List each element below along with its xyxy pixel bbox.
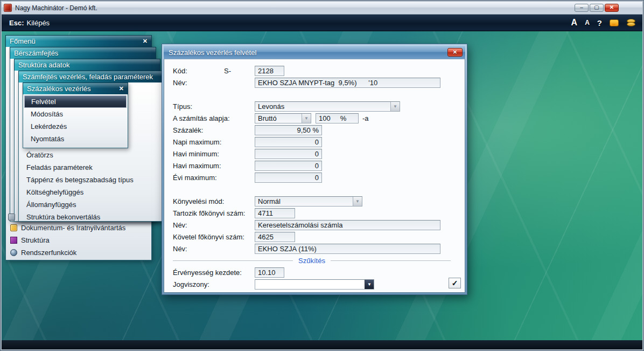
desktop-area: Főmenü ✕ Dokumentum- és Iratnyilvántartá… [2, 31, 642, 349]
panel-szazalekos-vezerles-close-icon[interactable]: ✕ [115, 85, 124, 92]
menu-item-struktura[interactable]: Struktúra [6, 234, 151, 246]
esc-key-label: Esc: [9, 19, 24, 27]
side-mini-icon[interactable] [8, 214, 15, 221]
chevron-down-icon[interactable]: ▼ [390, 102, 400, 111]
submenu-item-nyomtatas[interactable]: Nyomtatás [24, 133, 127, 145]
field-row-tartozik: Tartozik főkönyvi szám: 4711 [173, 207, 451, 219]
kod-label: Kód: [173, 67, 187, 75]
kod-prefix: S- [224, 67, 231, 75]
havi-minimum-input[interactable]: 0 [255, 149, 322, 159]
menu-item-feladas-parameterek[interactable]: Feladás paraméterek [19, 161, 164, 174]
desktop-bottom-strip [2, 340, 642, 349]
dialog-title: Százalékos vezérlés felvétel [169, 49, 256, 57]
alapja-value: Bruttó [255, 114, 302, 123]
menu-item-label: Dokumentum- és Iratnyilvántartás [21, 224, 125, 232]
menu-item-oratorzs[interactable]: Óratörzs [19, 149, 164, 161]
szazalek-input[interactable]: 9,50 % [255, 125, 322, 135]
napi-maximum-label: Napi maximum: [173, 138, 255, 146]
esc-action-button[interactable]: Kilépés [26, 19, 50, 27]
havi-minimum-label: Havi minimum: [173, 150, 255, 158]
tartozik-input[interactable]: 4711 [255, 208, 295, 218]
konyvelesi-mod-value: Normál [255, 197, 353, 206]
coins-icon[interactable] [626, 19, 635, 26]
kovetel-input[interactable]: 4625 [255, 232, 295, 242]
menu-item-allomanyfugges[interactable]: Állományfüggés [19, 198, 164, 211]
panel-fomenu-header[interactable]: Főmenü ✕ [5, 35, 152, 47]
szukites-link[interactable]: Szűkítés [298, 257, 325, 265]
menu-item-tappenz[interactable]: Táppénz és betegszabadság típus [19, 174, 164, 186]
kovetel-label: Követel főkönyvi szám: [173, 233, 255, 241]
havi-maximum-input[interactable]: 0 [255, 161, 322, 171]
nev2-input[interactable]: Keresetelszámolási számla [255, 220, 440, 230]
nev1-input[interactable]: EKHO SZJA MNYPT-tag 9,5%) '10 [255, 78, 440, 88]
jogviszony-value [255, 280, 365, 289]
messages-icon[interactable] [610, 19, 619, 26]
main-menu-items: Dokumentum- és Iratnyilvántartás Struktú… [6, 222, 151, 259]
field-row-kod: Kód: S- 2128 [173, 65, 451, 77]
panel-szamfejtes-vezerles-title: Számfejtés vezérlés, feladás paraméterek [23, 73, 153, 81]
submenu-item-modositas[interactable]: Módosítás [24, 108, 127, 120]
panel-fomenu-close-icon[interactable]: ✕ [138, 38, 148, 45]
alapja-dropdown[interactable]: Bruttó ▼ [255, 113, 311, 123]
dialog-titlebar[interactable]: Százalékos vezérlés felvétel ✕ [164, 46, 465, 59]
dialog-body: Kód: S- 2128 Név: EKHO SZJA MNYPT-tag 9,… [164, 59, 465, 293]
window-titlebar: Nagy Machinátor - Demó kft. – ▢ ✕ [2, 2, 642, 15]
app-window: Nagy Machinátor - Demó kft. – ▢ ✕ Esc: K… [0, 0, 644, 351]
tipus-value: Levonás [255, 102, 390, 111]
chevron-down-icon[interactable]: ▼ [353, 197, 362, 206]
minimize-button[interactable]: – [575, 4, 589, 12]
dialog-close-button[interactable]: ✕ [447, 48, 463, 57]
field-row-szazalek: Százalék: 9,50 % [173, 124, 451, 136]
alapja-suffix: -a [362, 114, 369, 122]
alapja-label: A számítás alapja: [173, 114, 255, 122]
row-spacer [173, 183, 451, 195]
nev2-label: Név: [173, 221, 255, 229]
napi-maximum-input[interactable]: 0 [255, 137, 322, 147]
nev3-input[interactable]: EKHO SZJA (11%) [255, 244, 440, 254]
tipus-dropdown[interactable]: Levonás ▼ [255, 101, 400, 112]
panel-szamfejtes-vezerles-header[interactable]: Számfejtés vezérlés, feladás paraméterek [18, 71, 165, 82]
command-bar: Esc: Kilépés A A ? [2, 15, 642, 31]
field-row-nev1: Név: EKHO SZJA MNYPT-tag 9,5%) '10 [173, 77, 451, 88]
jogviszony-dropdown[interactable]: ▼ [255, 279, 374, 290]
panel-struktura-adatok-title: Struktúra adatok [18, 61, 69, 69]
ervenyesseg-label: Érvényesség kezdete: [173, 269, 255, 277]
panel-struktura-adatok-header[interactable]: Struktúra adatok [14, 59, 160, 71]
command-bar-right: A A ? [571, 18, 635, 27]
evi-maximum-input[interactable]: 0 [255, 173, 322, 183]
menu-item-dokumentum[interactable]: Dokumentum- és Iratnyilvántartás [6, 222, 151, 234]
field-row-ervenyesseg: Érvényesség kezdete: 10.10 [173, 266, 451, 278]
font-decrease-button[interactable]: A [585, 19, 590, 26]
tartozik-label: Tartozik főkönyvi szám: [173, 209, 255, 217]
menu-item-koltseghelyfugges[interactable]: Költséghelyfüggés [19, 186, 164, 198]
panel-berszamfejtes-title: Bérszámfejtés [14, 49, 58, 57]
panel-szazalekos-vezerles-header[interactable]: Százalékos vezérlés ✕ [23, 82, 128, 94]
chevron-down-icon[interactable]: ▼ [302, 114, 311, 123]
szazalek-label: Százalék: [173, 126, 255, 134]
field-row-napi-maximum: Napi maximum: 0 [173, 136, 451, 148]
font-increase-button[interactable]: A [571, 18, 578, 27]
chevron-down-icon[interactable]: ▼ [365, 280, 374, 289]
panel-berszamfejtes-header[interactable]: Bérszámfejtés [10, 47, 156, 59]
confirm-button[interactable]: ✓ [449, 278, 461, 288]
field-row-alapja: A számítás alapja: Bruttó ▼ 100 % -a [173, 112, 451, 124]
field-row-evi-maximum: Évi maximum: 0 [173, 171, 451, 183]
maximize-button[interactable]: ▢ [590, 4, 604, 12]
submenu-item-lekerdezes[interactable]: Lekérdezés [24, 120, 127, 133]
havi-maximum-label: Havi maximum: [173, 162, 255, 170]
menu-item-struktura-bekonvertalas[interactable]: Struktúra bekonvertálás [19, 211, 164, 223]
ervenyesseg-input[interactable]: 10.10 [255, 267, 284, 278]
sphere-icon [10, 249, 17, 256]
field-row-kovetel: Követel főkönyvi szám: 4625 [173, 231, 451, 243]
kod-input[interactable]: 2128 [255, 66, 284, 76]
help-button[interactable]: ? [597, 18, 602, 27]
tipus-label: Típus: [173, 102, 255, 111]
close-button[interactable]: ✕ [605, 4, 619, 12]
menu-item-rendszerfunkciok[interactable]: Rendszerfunkciók [6, 246, 151, 259]
konyvelesi-mod-dropdown[interactable]: Normál ▼ [255, 196, 362, 207]
field-row-nev3: Név: EKHO SZJA (11%) [173, 243, 451, 254]
submenu-item-felvetel[interactable]: Felvétel [24, 95, 127, 108]
nev1-label: Név: [173, 79, 255, 87]
field-row-jogviszony: Jogviszony: ▼ [173, 278, 451, 290]
alapja-percent-input[interactable]: 100 % [316, 113, 359, 123]
